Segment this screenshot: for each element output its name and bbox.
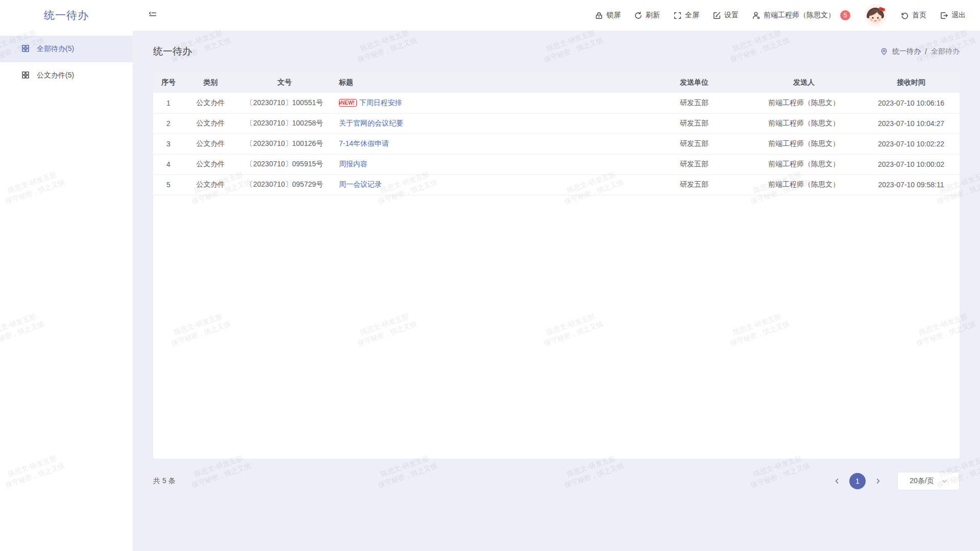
cell-title: 7-14年休假申请 — [332, 134, 643, 154]
cell-time: 2023-07-10 09:58:11 — [863, 174, 960, 195]
cell-category: 公文办件 — [184, 113, 237, 134]
user-menu[interactable]: 前端工程师（陈思文） 5 — [752, 10, 850, 20]
todo-count-badge: 5 — [840, 10, 850, 20]
new-badge: NEW! — [339, 99, 357, 107]
cell-doc-no: 〔20230710〕095915号 — [237, 154, 332, 174]
app-logo: 统一待办 — [44, 9, 89, 21]
cell-time: 2023-07-10 10:06:16 — [863, 93, 960, 113]
cell-index: 4 — [153, 154, 184, 174]
cell-doc-no: 〔20230710〕100126号 — [237, 134, 332, 154]
cell-unit: 研发五部 — [643, 113, 745, 134]
location-pin-icon — [880, 47, 888, 56]
refresh-label: 刷新 — [646, 11, 660, 20]
logout-label: 退出 — [951, 11, 966, 20]
cell-sender: 前端工程师（陈思文） — [745, 113, 863, 134]
cell-category: 公文办件 — [184, 154, 237, 174]
sidebar-item-label: 全部待办(5) — [37, 44, 74, 54]
table-row: 2公文办件〔20230710〕100258号关于官网的会议纪要研发五部前端工程师… — [153, 113, 960, 134]
table-header-row: 序号类别文号标题发送单位发送人接收时间 — [153, 72, 960, 93]
column-header: 发送单位 — [643, 72, 745, 93]
cell-time: 2023-07-10 10:02:22 — [863, 134, 960, 154]
cell-sender: 前端工程师（陈思文） — [745, 154, 863, 174]
table-row: 4公文办件〔20230710〕095915号周报内容研发五部前端工程师（陈思文）… — [153, 154, 960, 174]
column-header: 文号 — [237, 72, 332, 93]
breadcrumb-item-last: 全部待办 — [931, 47, 960, 56]
page-size-select[interactable]: 20条/页 — [897, 472, 960, 490]
table-row: 1公文办件〔20230710〕100551号NEW!下周日程安排研发五部前端工程… — [153, 93, 960, 113]
settings-button[interactable]: 设置 — [713, 11, 739, 20]
refresh-button[interactable]: 刷新 — [634, 11, 660, 20]
header-actions: 锁屏 刷新 全屏 — [595, 4, 980, 27]
page-size-value: 20条/页 — [910, 477, 934, 486]
cell-doc-no: 〔20230710〕095729号 — [237, 174, 332, 195]
cell-index: 3 — [153, 134, 184, 154]
user-avatar[interactable] — [864, 4, 887, 27]
page-number-button[interactable]: 1 — [849, 473, 866, 489]
cell-category: 公文办件 — [184, 93, 237, 113]
main-content: 统一待办 统一待办 / 全部待办 序号类别文号标题发送单位发 — [133, 31, 980, 551]
doc-title-link[interactable]: 周一会议记录 — [339, 180, 382, 188]
column-header: 发送人 — [745, 72, 863, 93]
sidebar-item[interactable]: 全部待办(5) — [0, 36, 133, 62]
breadcrumb: 统一待办 / 全部待办 — [880, 47, 960, 56]
home-button[interactable]: 首页 — [900, 11, 926, 20]
cell-category: 公文办件 — [184, 134, 237, 154]
cell-unit: 研发五部 — [643, 174, 745, 195]
lock-icon — [595, 11, 603, 20]
cell-time: 2023-07-10 10:04:27 — [863, 113, 960, 134]
cell-doc-no: 〔20230710〕100551号 — [237, 93, 332, 113]
doc-title-link[interactable]: 下周日程安排 — [359, 98, 402, 107]
pagination-bar: 共 5 条 1 20条/页 — [153, 472, 960, 490]
page-title: 统一待办 — [153, 45, 192, 58]
cell-unit: 研发五部 — [643, 154, 745, 174]
top-bar: 统一待办 锁屏 刷新 — [0, 0, 980, 31]
breadcrumb-separator: / — [925, 47, 927, 56]
cell-doc-no: 〔20230710〕100258号 — [237, 113, 332, 134]
cell-title: 关于官网的会议纪要 — [332, 113, 643, 134]
grid-icon — [21, 44, 30, 54]
cell-title: 周一会议记录 — [332, 174, 643, 195]
column-header: 类别 — [184, 72, 237, 93]
doc-title-link[interactable]: 周报内容 — [339, 160, 368, 168]
sidebar: 全部待办(5)公文办件(5) — [0, 31, 133, 551]
fullscreen-label: 全屏 — [685, 11, 699, 20]
next-page-button[interactable] — [871, 474, 885, 488]
sidebar-fold-button[interactable] — [148, 11, 157, 20]
table-row: 5公文办件〔20230710〕095729号周一会议记录研发五部前端工程师（陈思… — [153, 174, 960, 195]
cell-title: 周报内容 — [332, 154, 643, 174]
cell-index: 5 — [153, 174, 184, 195]
refresh-icon — [634, 11, 643, 20]
cell-sender: 前端工程师（陈思文） — [745, 134, 863, 154]
cell-unit: 研发五部 — [643, 93, 745, 113]
breadcrumb-item-first[interactable]: 统一待办 — [892, 47, 921, 56]
doc-title-link[interactable]: 关于官网的会议纪要 — [339, 119, 403, 127]
chevron-down-icon — [941, 478, 947, 484]
todo-table-card: 序号类别文号标题发送单位发送人接收时间 1公文办件〔20230710〕10055… — [153, 72, 960, 459]
logout-button[interactable]: 退出 — [940, 11, 966, 20]
doc-title-link[interactable]: 7-14年休假申请 — [339, 139, 389, 147]
cell-sender: 前端工程师（陈思文） — [745, 93, 863, 113]
total-count: 共 5 条 — [153, 477, 176, 486]
cell-sender: 前端工程师（陈思文） — [745, 174, 863, 195]
prev-page-button[interactable] — [830, 474, 844, 488]
column-header: 序号 — [153, 72, 184, 93]
lock-screen-button[interactable]: 锁屏 — [595, 11, 621, 20]
grid-icon — [21, 71, 30, 81]
fullscreen-button[interactable]: 全屏 — [673, 11, 699, 20]
column-header: 标题 — [332, 72, 643, 93]
fullscreen-icon — [673, 11, 682, 20]
cell-index: 1 — [153, 93, 184, 113]
cell-unit: 研发五部 — [643, 134, 745, 154]
table-body: 1公文办件〔20230710〕100551号NEW!下周日程安排研发五部前端工程… — [153, 93, 960, 195]
cell-time: 2023-07-10 10:00:02 — [863, 154, 960, 174]
menu-fold-icon — [148, 11, 157, 20]
settings-label: 设置 — [724, 11, 739, 20]
back-home-icon — [900, 11, 909, 20]
user-name: 前端工程师（陈思文） — [764, 11, 835, 20]
cell-index: 2 — [153, 113, 184, 134]
sidebar-item[interactable]: 公文办件(5) — [0, 62, 133, 89]
user-icon — [752, 11, 761, 20]
cell-title: NEW!下周日程安排 — [332, 93, 643, 113]
logo-area: 统一待办 — [0, 8, 133, 22]
logout-icon — [940, 11, 948, 20]
